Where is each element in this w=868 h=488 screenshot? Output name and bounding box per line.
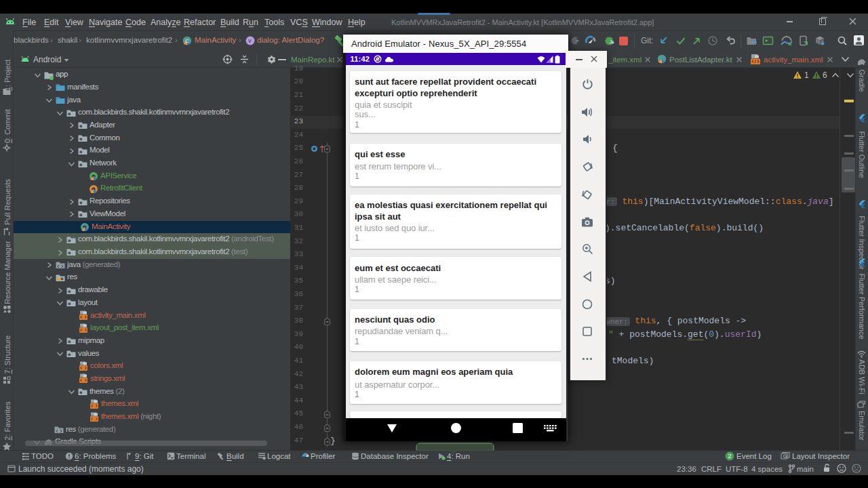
svg-text:C: C xyxy=(185,38,189,44)
svg-text:v: v xyxy=(248,37,252,44)
svg-text:2: 2 xyxy=(728,452,731,460)
